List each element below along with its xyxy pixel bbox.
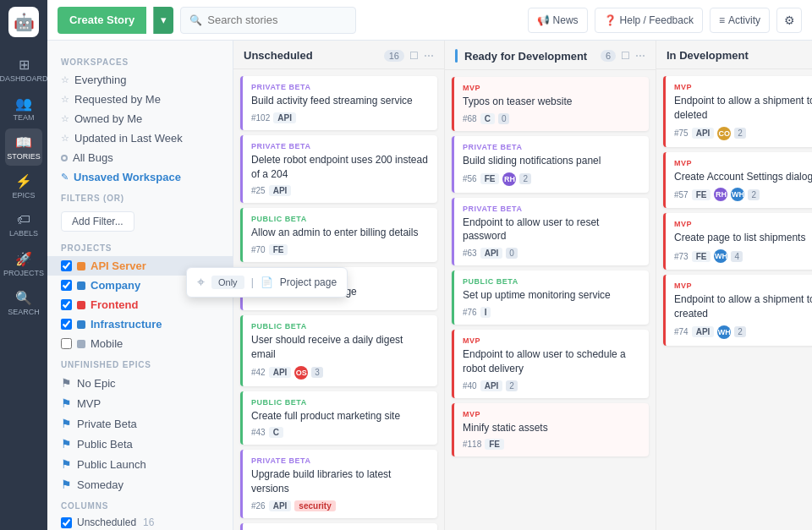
help-feedback-button[interactable]: ❓ Help / Feedback [595, 8, 703, 33]
project-label: API Server [91, 260, 146, 272]
project-checkbox[interactable] [61, 319, 72, 330]
tag-security: security [294, 500, 335, 511]
sidebar-item-stories[interactable]: 📖 STORIES [5, 128, 42, 166]
card-list-shipments[interactable]: MVP Create page to list shipments #73 FE… [663, 213, 812, 270]
sidebar-item-epics[interactable]: ⚡ EPICS [5, 167, 42, 205]
card-uptime-monitoring[interactable]: PUBLIC BETA Set up uptime monitoring ser… [452, 270, 649, 325]
workspace-everything[interactable]: ☆ Everything [47, 70, 233, 90]
card-title: Minify static assets [463, 421, 640, 435]
card-allow-admin-billing[interactable]: PUBLIC BETA Allow an admin to enter bill… [240, 208, 437, 262]
card-id: #56 [463, 174, 477, 183]
card-upgrade-build-libraries[interactable]: PRIVATE BETA Upgrade build libraries to … [240, 450, 437, 518]
news-button[interactable]: 📢 News [528, 8, 588, 33]
project-label: Company [91, 279, 140, 292]
sidebar-item-search[interactable]: 🔍 SEARCH [5, 284, 42, 321]
card-id: #40 [463, 381, 477, 391]
comment-count: 4 [731, 251, 743, 262]
workspace-updated-last-week[interactable]: ☆ Updated in Last Week [47, 128, 233, 148]
project-page-label[interactable]: Project page [280, 276, 337, 288]
column-label: Unscheduled [77, 516, 136, 528]
project-frontend[interactable]: Frontend [47, 295, 233, 314]
card-title: Create page to list shipments [674, 231, 812, 245]
project-infrastructure[interactable]: Infrastructure [47, 314, 233, 334]
checkbox-icon[interactable]: ☐ [621, 50, 630, 62]
project-checkbox[interactable] [61, 280, 72, 291]
flag-icon: ⚑ [61, 437, 72, 451]
card-meta: #76 I [463, 307, 640, 318]
tag-i: I [480, 307, 491, 318]
circle-icon [61, 155, 68, 161]
workspace-owned-by-me[interactable]: ☆ Owned by Me [47, 109, 233, 128]
card-id: #68 [463, 114, 477, 123]
epic-private-beta[interactable]: ⚑ Private Beta [47, 413, 233, 434]
card-title: User should receive a daily digest email [251, 333, 429, 362]
app-logo[interactable]: 🤖 [8, 7, 39, 37]
tag-api: API [269, 500, 292, 511]
sidebar-item-label: PROJECTS [3, 269, 44, 277]
workspace-label: Owned by Me [74, 112, 142, 125]
card-label: PRIVATE BETA [251, 83, 429, 91]
sidebar-item-label: EPICS [12, 191, 35, 199]
checkbox-icon[interactable]: ☐ [409, 50, 419, 62]
card-meta: #70 FE [251, 244, 429, 255]
card-label: PUBLIC BETA [251, 398, 429, 407]
epic-public-beta[interactable]: ⚑ Public Beta [47, 434, 233, 454]
workspace-requested-by-me[interactable]: ☆ Requested by Me [47, 90, 233, 109]
column-unscheduled[interactable]: Unscheduled 16 [47, 514, 233, 530]
create-story-button[interactable]: Create Story [58, 7, 146, 34]
add-filter-button[interactable]: Add Filter... [61, 211, 134, 232]
create-story-dropdown-button[interactable]: ▾ [153, 7, 173, 34]
column-indicator [455, 49, 458, 63]
project-label: Infrastructure [91, 318, 162, 331]
avatar-wh: WH [714, 249, 727, 263]
column-checkbox[interactable] [61, 517, 72, 528]
stories-icon: 📖 [15, 134, 32, 150]
sidebar-item-label: DASHBOARD [0, 74, 48, 83]
epic-someday[interactable]: ⚑ Someday [47, 474, 233, 494]
only-button[interactable]: Only [211, 276, 244, 289]
epic-mvp[interactable]: ⚑ MVP [47, 393, 233, 413]
more-icon[interactable]: ⋯ [635, 50, 645, 62]
project-checkbox[interactable] [61, 338, 72, 349]
card-account-settings[interactable]: MVP Create Account Settings dialog #57 F… [663, 152, 812, 209]
activity-button[interactable]: ≡ Activity [710, 8, 770, 33]
project-checkbox[interactable] [61, 260, 72, 271]
tag-api: API [480, 248, 503, 259]
card-build-activity-feed[interactable]: PRIVATE BETA Build activity feed streami… [240, 76, 437, 130]
card-id: #25 [251, 186, 266, 195]
project-mobile[interactable]: Mobile [47, 334, 233, 353]
card-reset-password-page[interactable]: PRIVATE BETA Create Reset Your Password … [240, 523, 437, 530]
card-build-sliding-panel[interactable]: PRIVATE BETA Build sliding notifications… [452, 136, 649, 193]
card-typos-teaser[interactable]: MVP Typos on teaser website #68 C 0 [452, 77, 649, 131]
card-meta: #43 C [251, 427, 429, 438]
epic-label: Someday [77, 478, 123, 491]
card-minify-assets[interactable]: MVP Minify static assets #118 FE [452, 403, 649, 457]
card-delete-shipment[interactable]: MVP Endpoint to allow a shipment to be d… [663, 76, 812, 147]
epic-no-epic[interactable]: ⚑ No Epic [47, 373, 233, 393]
sidebar-item-projects[interactable]: 🚀 PROJECTS [5, 245, 42, 282]
card-create-shipment[interactable]: MVP Endpoint to allow a shipment to be c… [663, 275, 812, 346]
workspace-unsaved[interactable]: ✎ Unsaved Workspace [47, 167, 233, 187]
more-icon[interactable]: ⋯ [424, 50, 434, 62]
sidebar-item-dashboard[interactable]: ⊞ DASHBOARD [5, 51, 42, 88]
card-meta: #118 FE [463, 439, 640, 450]
projects-icon: 🚀 [15, 251, 32, 267]
card-meta: #42 API OS 3 [251, 366, 429, 380]
workspace-all-bugs[interactable]: All Bugs [47, 148, 233, 167]
card-delete-robot-endpoint[interactable]: PRIVATE BETA Delete robot endpoint uses … [240, 135, 437, 204]
settings-button[interactable]: ⚙ [776, 8, 802, 33]
sidebar-item-labels[interactable]: 🏷 LABELS [5, 206, 42, 243]
card-digest-email[interactable]: PUBLIC BETA User should receive a daily … [240, 315, 437, 386]
flag-icon: ⚑ [61, 457, 72, 471]
search-input[interactable] [207, 14, 347, 26]
card-endpoint-reset-password[interactable]: PRIVATE BETA Endpoint to allow user to r… [452, 198, 649, 266]
card-schedule-robot-delivery[interactable]: MVP Endpoint to allow user to schedule a… [452, 330, 649, 398]
epic-public-launch[interactable]: ⚑ Public Launch [47, 454, 233, 474]
sidebar-item-team[interactable]: 👥 TEAM [5, 90, 42, 127]
project-checkbox[interactable] [61, 299, 72, 310]
tag-api: API [273, 112, 296, 123]
team-icon: 👥 [15, 96, 32, 112]
card-marketing-site[interactable]: PUBLIC BETA Create full product marketin… [240, 391, 437, 445]
card-meta: #102 API [251, 112, 429, 123]
card-id: #57 [674, 190, 689, 199]
